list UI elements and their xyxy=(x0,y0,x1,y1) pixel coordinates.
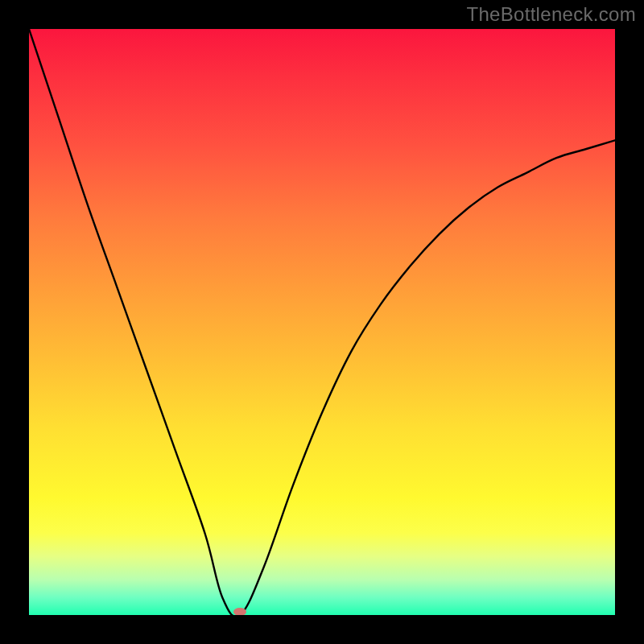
bottleneck-curve-path xyxy=(29,29,615,615)
chart-frame: TheBottleneck.com xyxy=(0,0,644,644)
curve-layer xyxy=(29,29,615,615)
minimum-marker xyxy=(233,608,246,615)
watermark-text: TheBottleneck.com xyxy=(466,3,636,26)
plot-area xyxy=(29,29,615,615)
